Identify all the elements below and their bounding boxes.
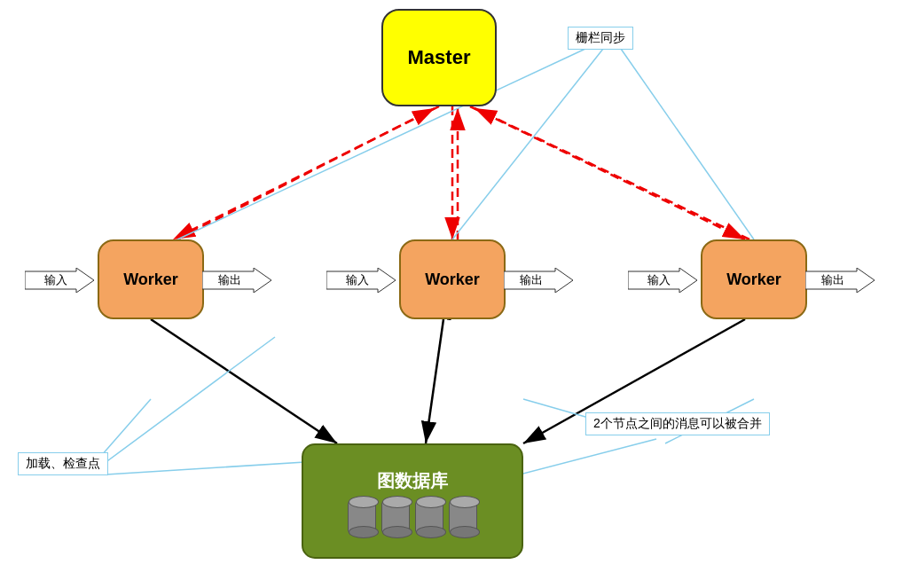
- database-cylinders: [348, 500, 477, 534]
- worker-node-right: Worker: [701, 239, 807, 319]
- worker-right-output: 输出: [805, 268, 876, 296]
- svg-line-7: [470, 106, 745, 239]
- worker-mid-output: 输出: [504, 268, 575, 296]
- database-node: 图数据库: [302, 443, 523, 559]
- database-label: 图数据库: [377, 469, 448, 493]
- master-node: Master: [381, 9, 497, 106]
- cylinder-1: [348, 500, 376, 534]
- svg-line-20: [98, 337, 275, 468]
- diagram-container: Master Worker Worker Worker 输入 输出 输入 输出: [0, 0, 918, 588]
- svg-text:输出: 输出: [821, 273, 844, 286]
- svg-text:输出: 输出: [218, 273, 241, 286]
- svg-text:输入: 输入: [346, 273, 369, 286]
- worker-left-input: 输入: [25, 268, 96, 293]
- worker-node-mid: Worker: [399, 239, 506, 319]
- svg-line-8: [475, 108, 749, 239]
- worker-mid-input: 输入: [326, 268, 397, 296]
- cylinder-4: [449, 500, 477, 534]
- cylinder-3: [415, 500, 443, 534]
- svg-text:输入: 输入: [44, 273, 67, 286]
- svg-text:输入: 输入: [647, 273, 671, 286]
- svg-text:输出: 输出: [520, 273, 543, 286]
- fence-sync-label: 栅栏同步: [568, 27, 633, 50]
- svg-line-4: [177, 108, 435, 239]
- merge-msg-label: 2个节点之间的消息可以被合并: [585, 412, 770, 435]
- worker-node-left: Worker: [98, 239, 204, 319]
- worker-left-output: 输出: [202, 268, 273, 293]
- svg-line-19: [106, 461, 319, 474]
- cylinder-2: [381, 500, 410, 534]
- svg-line-3: [173, 106, 439, 239]
- load-check-label: 加载、检查点: [18, 452, 108, 475]
- worker-right-input: 输入: [628, 268, 699, 296]
- svg-line-9: [151, 319, 337, 443]
- svg-line-14: [621, 49, 754, 239]
- svg-line-10: [426, 319, 443, 443]
